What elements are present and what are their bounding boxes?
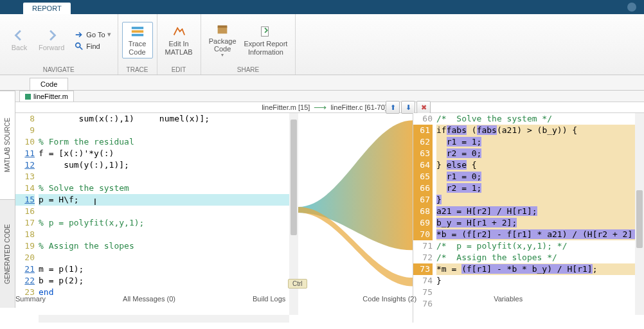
matlab-source-pane[interactable]: 891011121314151617181920212223 sum(x(:),… bbox=[15, 113, 298, 323]
navigate-label: NAVIGATE bbox=[4, 65, 114, 75]
file-tab[interactable]: lineFitter.m bbox=[19, 91, 74, 102]
find-icon bbox=[75, 42, 84, 51]
generated-code-tab[interactable]: GENERATED CODE bbox=[0, 199, 15, 308]
export-icon bbox=[258, 24, 273, 39]
svg-rect-3 bbox=[131, 34, 143, 37]
ctrl-hint: Ctrl bbox=[288, 279, 307, 289]
svg-point-0 bbox=[76, 42, 80, 47]
trace-arrow-icon: ⟶ bbox=[314, 102, 326, 112]
trace-label: TRACE bbox=[122, 65, 153, 75]
trace-up-button[interactable]: ⬆ bbox=[386, 101, 400, 114]
bottom-tabs: Summary All Messages (0) Build Logs Code… bbox=[15, 295, 639, 324]
svg-rect-2 bbox=[131, 31, 143, 33]
matlab-icon bbox=[172, 24, 186, 39]
scrollbar-vertical[interactable] bbox=[635, 113, 644, 315]
tab-build-logs[interactable]: Build Logs bbox=[253, 295, 285, 303]
generated-code-pane[interactable]: 6061626364656667686970717273747576 /* So… bbox=[413, 113, 644, 323]
help-icon[interactable] bbox=[627, 3, 636, 12]
trace-flow bbox=[298, 113, 413, 323]
matlab-source-tab[interactable]: MATLAB SOURCE bbox=[0, 91, 15, 199]
back-arrow-icon bbox=[12, 28, 26, 42]
nav-tabs: Code bbox=[0, 75, 644, 91]
trace-breadcrumb: lineFitter.m [15] ⟶ lineFitter.c [61-70]… bbox=[262, 102, 398, 112]
tab-messages[interactable]: All Messages (0) bbox=[123, 295, 175, 303]
svg-rect-5 bbox=[218, 26, 228, 28]
tab-variables[interactable]: Variables bbox=[494, 295, 523, 303]
file-status-icon bbox=[25, 94, 31, 100]
tab-summary[interactable]: Summary bbox=[15, 295, 46, 303]
text-cursor-icon: I bbox=[94, 197, 96, 207]
report-tab[interactable]: REPORT bbox=[23, 3, 71, 14]
forward-button[interactable]: Forward bbox=[35, 26, 68, 54]
code-tab[interactable]: Code bbox=[30, 78, 68, 90]
edit-label: EDIT bbox=[161, 65, 197, 75]
forward-arrow-icon bbox=[44, 28, 58, 42]
trace-icon bbox=[130, 24, 145, 39]
trace-down-button[interactable]: ⬇ bbox=[401, 101, 415, 114]
svg-rect-1 bbox=[131, 27, 143, 30]
package-code-button[interactable]: Package Code▾ bbox=[205, 19, 240, 61]
ribbon: Back Forward Go To ▾ Find NAVIGATE bbox=[0, 14, 644, 75]
title-bar: REPORT bbox=[0, 0, 644, 14]
trace-close-button[interactable]: ✖ bbox=[416, 101, 431, 114]
share-label: SHARE bbox=[205, 65, 292, 75]
back-button[interactable]: Back bbox=[4, 26, 35, 54]
export-report-button[interactable]: Export Report Information bbox=[240, 22, 292, 58]
goto-icon bbox=[75, 30, 84, 39]
edit-matlab-button[interactable]: Edit In MATLAB bbox=[161, 22, 197, 58]
tab-code-insights[interactable]: Code Insights (2) bbox=[362, 295, 416, 303]
side-tabs: MATLAB SOURCE GENERATED CODE bbox=[0, 91, 15, 308]
find-button[interactable]: Find bbox=[72, 40, 113, 52]
package-icon bbox=[215, 22, 229, 36]
trace-code-button[interactable]: Trace Code bbox=[122, 22, 153, 58]
goto-button[interactable]: Go To ▾ bbox=[72, 29, 113, 40]
